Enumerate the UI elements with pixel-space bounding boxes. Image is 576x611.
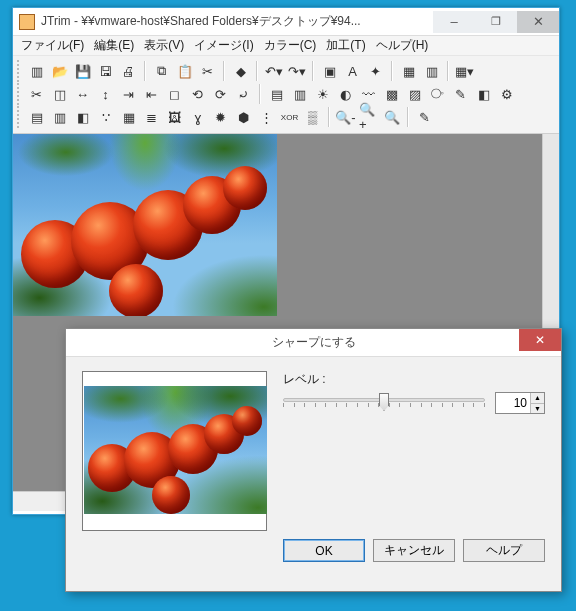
channel-icon[interactable]: ⋮ bbox=[256, 107, 277, 128]
font-icon[interactable]: A bbox=[342, 61, 363, 82]
level-slider[interactable] bbox=[283, 392, 485, 414]
eyedropper-icon[interactable]: ✎ bbox=[414, 107, 435, 128]
picture-icon[interactable]: 🖼 bbox=[164, 107, 185, 128]
pen-icon[interactable]: ✎ bbox=[450, 84, 471, 105]
save-icon[interactable]: 💾 bbox=[72, 61, 93, 82]
window-buttons bbox=[433, 11, 559, 33]
rgb-icon[interactable]: ⬢ bbox=[233, 107, 254, 128]
toolbar-separator bbox=[144, 61, 146, 81]
menu-effect[interactable]: 加工(T) bbox=[326, 37, 365, 54]
menu-edit[interactable]: 編集(E) bbox=[94, 37, 134, 54]
cancel-button[interactable]: キャンセル bbox=[373, 539, 455, 562]
hue-icon[interactable]: ✹ bbox=[210, 107, 231, 128]
close-button[interactable] bbox=[517, 11, 559, 33]
palette-icon[interactable]: ▦▾ bbox=[454, 61, 475, 82]
toolbar-row-1: ▥📂💾🖫🖨⧉📋✂◆↶▾↷▾▣A✦▦▥▦▾ bbox=[17, 60, 555, 82]
canvas-image[interactable] bbox=[13, 134, 277, 316]
sharpen-dialog: シャープにする レベル : bbox=[65, 328, 562, 592]
toolbar-handle[interactable] bbox=[17, 106, 21, 128]
toolbar-separator bbox=[447, 61, 449, 81]
level-label: レベル : bbox=[283, 371, 545, 388]
menu-help[interactable]: ヘルプ(H) bbox=[376, 37, 429, 54]
rotate-left-icon[interactable]: ⟲ bbox=[187, 84, 208, 105]
new-icon[interactable]: ▥ bbox=[26, 61, 47, 82]
menu-view[interactable]: 表示(V) bbox=[144, 37, 184, 54]
rainbow-icon[interactable]: ▦ bbox=[118, 107, 139, 128]
fill-icon[interactable]: ▤ bbox=[266, 84, 287, 105]
noise-icon[interactable]: ∵ bbox=[95, 107, 116, 128]
resize-out-icon[interactable]: ⇤ bbox=[141, 84, 162, 105]
rotate-right-icon[interactable]: ⟳ bbox=[210, 84, 231, 105]
brightness-icon[interactable]: ☀ bbox=[312, 84, 333, 105]
level-spinbox[interactable]: ▲ ▼ bbox=[495, 392, 545, 414]
minimize-button[interactable] bbox=[433, 11, 475, 33]
halftone-icon[interactable]: ▒ bbox=[302, 107, 323, 128]
open-icon[interactable]: 📂 bbox=[49, 61, 70, 82]
dialog-title: シャープにする bbox=[272, 334, 356, 351]
toolbar-separator bbox=[407, 107, 409, 127]
spin-down-icon[interactable]: ▼ bbox=[531, 404, 544, 414]
contrast-icon[interactable]: ◐ bbox=[335, 84, 356, 105]
zoom-fit-icon[interactable]: 🔍 bbox=[381, 107, 402, 128]
redo-icon[interactable]: ↷▾ bbox=[286, 61, 307, 82]
saveas-icon[interactable]: 🖫 bbox=[95, 61, 116, 82]
rotate-free-icon[interactable]: ⤾ bbox=[233, 84, 254, 105]
preview-pane bbox=[82, 371, 267, 531]
toolbar-row-3: ▤▥◧∵▦≣🖼ɣ✹⬢⋮XOR▒🔍-🔍+🔍✎ bbox=[17, 106, 555, 128]
zoom-out-icon[interactable]: 🔍- bbox=[335, 107, 356, 128]
preview-image bbox=[84, 386, 267, 514]
toolbar-separator bbox=[223, 61, 225, 81]
sharpen-icon[interactable]: ▥ bbox=[289, 84, 310, 105]
stamp-icon[interactable]: ✦ bbox=[365, 61, 386, 82]
tile-icon[interactable]: ▩ bbox=[381, 84, 402, 105]
film-icon[interactable]: ▥ bbox=[421, 61, 442, 82]
menu-image[interactable]: イメージ(I) bbox=[194, 37, 253, 54]
toolbars: ▥📂💾🖫🖨⧉📋✂◆↶▾↷▾▣A✦▦▥▦▾ ✂◫↔↕⇥⇤◻⟲⟳⤾▤▥☀◐〰▩▨⧂✎… bbox=[13, 56, 559, 134]
spin-up-icon[interactable]: ▲ bbox=[531, 393, 544, 404]
toolbar-separator bbox=[256, 61, 258, 81]
app-icon bbox=[19, 14, 35, 30]
gradient-icon[interactable]: ▤ bbox=[26, 107, 47, 128]
slider-thumb[interactable] bbox=[379, 393, 389, 411]
cut-icon[interactable]: ✂ bbox=[197, 61, 218, 82]
xor-icon[interactable]: XOR bbox=[279, 107, 300, 128]
eraser-icon[interactable]: ◧ bbox=[473, 84, 494, 105]
fit-icon[interactable]: ▣ bbox=[319, 61, 340, 82]
settings-icon[interactable]: ⚙ bbox=[496, 84, 517, 105]
gradient2-icon[interactable]: ▥ bbox=[49, 107, 70, 128]
toolbar-handle[interactable] bbox=[17, 60, 21, 82]
info-icon[interactable]: ◆ bbox=[230, 61, 251, 82]
gamma-icon[interactable]: ɣ bbox=[187, 107, 208, 128]
menu-file[interactable]: ファイル(F) bbox=[21, 37, 84, 54]
toolbar-separator bbox=[328, 107, 330, 127]
dialog-buttons: OK キャンセル ヘルプ bbox=[66, 539, 561, 576]
print-icon[interactable]: 🖨 bbox=[118, 61, 139, 82]
flip-v-icon[interactable]: ↕ bbox=[95, 84, 116, 105]
crop-icon[interactable]: ✂ bbox=[26, 84, 47, 105]
paste-icon[interactable]: 📋 bbox=[174, 61, 195, 82]
dialog-controls: レベル : ▲ ▼ bbox=[283, 371, 545, 531]
menubar: ファイル(F) 編集(E) 表示(V) イメージ(I) カラー(C) 加工(T)… bbox=[13, 36, 559, 56]
handle-icon[interactable]: ◻ bbox=[164, 84, 185, 105]
copy-icon[interactable]: ⧉ bbox=[151, 61, 172, 82]
help-button[interactable]: ヘルプ bbox=[463, 539, 545, 562]
zoom-in-icon[interactable]: 🔍+ bbox=[358, 107, 379, 128]
window-title: JTrim - ¥¥vmware-host¥Shared Folders¥デスク… bbox=[41, 13, 433, 30]
dialog-close-button[interactable] bbox=[519, 329, 561, 351]
undo-icon[interactable]: ↶▾ bbox=[263, 61, 284, 82]
invert-icon[interactable]: ◧ bbox=[72, 107, 93, 128]
levels2-icon[interactable]: ≣ bbox=[141, 107, 162, 128]
levels-icon[interactable]: ⧂ bbox=[427, 84, 448, 105]
screen-icon[interactable]: ▨ bbox=[404, 84, 425, 105]
toolbar-row-2: ✂◫↔↕⇥⇤◻⟲⟳⤾▤▥☀◐〰▩▨⧂✎◧⚙ bbox=[17, 83, 555, 105]
resize-in-icon[interactable]: ⇥ bbox=[118, 84, 139, 105]
toolbar-separator bbox=[391, 61, 393, 81]
maximize-button[interactable] bbox=[475, 11, 517, 33]
grid-icon[interactable]: ▦ bbox=[398, 61, 419, 82]
toolbar-handle[interactable] bbox=[17, 83, 21, 105]
flip-h-icon[interactable]: ↔ bbox=[72, 84, 93, 105]
level-input[interactable] bbox=[496, 393, 530, 413]
menu-color[interactable]: カラー(C) bbox=[264, 37, 317, 54]
ok-button[interactable]: OK bbox=[283, 539, 365, 562]
deselect-icon[interactable]: ◫ bbox=[49, 84, 70, 105]
